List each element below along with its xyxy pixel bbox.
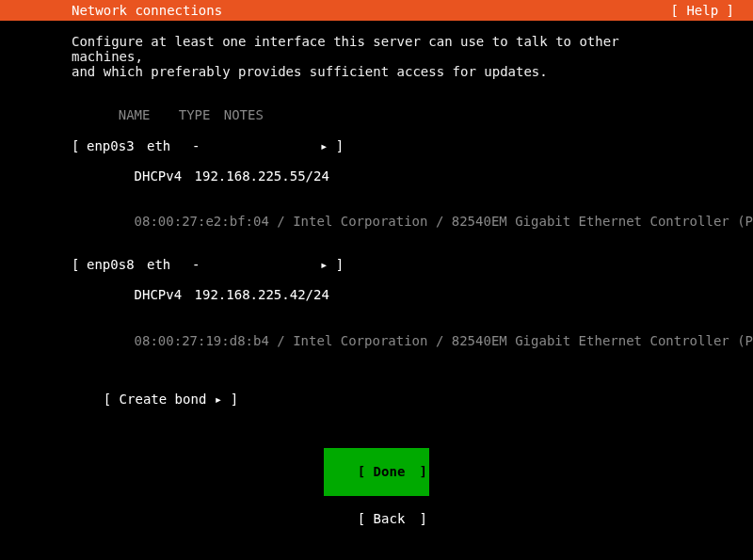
interface-block: [enp0s3eth-▸ ] DHCPv4192.168.225.55/24 0… [72, 138, 681, 245]
col-name-header: NAME [119, 107, 179, 122]
chevron-right-icon: ▸ [320, 257, 328, 272]
bracket-left: [ [104, 392, 111, 407]
page-title: Network connections [72, 3, 222, 18]
bracket-right: ] [420, 511, 427, 527]
interface-device: Intel Corporation / 82540EM Gigabit Ethe… [293, 333, 753, 348]
create-bond-label: Create bond [120, 392, 207, 407]
footer-buttons: [ Done] [ Back] [0, 448, 753, 543]
interface-name: enp0s3 [87, 138, 147, 153]
interface-row[interactable]: [enp0s3eth-▸ ] [72, 138, 681, 153]
done-button[interactable]: [ Done] [324, 448, 429, 495]
interface-type: eth [147, 138, 192, 153]
interface-address-row: DHCPv4192.168.225.55/24 [72, 153, 681, 199]
interface-notes: - [192, 257, 320, 272]
bracket-right: ] [420, 464, 427, 480]
bracket-right: ] [328, 257, 344, 272]
done-label: Done [374, 464, 406, 480]
bracket-left: [ [72, 138, 87, 153]
interface-address: 192.168.225.42/24 [195, 287, 329, 302]
interface-address: 192.168.225.55/24 [195, 168, 329, 184]
interface-address-row: DHCPv4192.168.225.42/24 [72, 272, 681, 317]
description-text: Configure at least one interface this se… [72, 34, 681, 79]
interface-device: Intel Corporation / 82540EM Gigabit Ethe… [293, 214, 753, 229]
bracket-right: ] [231, 392, 238, 407]
col-notes-header: NOTES [224, 107, 264, 122]
main-content: Configure at least one interface this se… [0, 21, 753, 422]
interface-type: eth [147, 257, 192, 272]
interface-hwinfo: 08:00:27:e2:bf:04 / Intel Corporation / … [72, 199, 681, 244]
interface-proto: DHCPv4 [135, 168, 195, 184]
col-type-header: TYPE [179, 107, 224, 122]
bracket-left: [ [72, 257, 87, 272]
interface-block: [enp0s8eth-▸ ] DHCPv4192.168.225.42/24 0… [72, 257, 681, 363]
back-label: Back [374, 511, 406, 527]
bracket-right: ] [328, 138, 344, 153]
interface-proto: DHCPv4 [135, 287, 195, 302]
interface-hwinfo: 08:00:27:19:d8:b4 / Intel Corporation / … [72, 318, 681, 363]
create-bond-button[interactable]: [ Create bond ▸ ] [72, 376, 681, 422]
interface-name: enp0s8 [87, 257, 147, 272]
interface-notes: - [192, 138, 320, 153]
back-button[interactable]: [ Back] [324, 496, 429, 543]
bracket-left: [ [358, 511, 365, 526]
chevron-right-icon: ▸ [215, 392, 222, 407]
interface-row[interactable]: [enp0s8eth-▸ ] [72, 257, 681, 272]
header-bar: Network connections [ Help ] [0, 0, 753, 21]
interface-mac: 08:00:27:e2:bf:04 [135, 214, 269, 229]
column-headers: NAMETYPENOTES [72, 92, 681, 137]
bracket-left: [ [358, 464, 365, 479]
help-button[interactable]: [ Help ] [671, 3, 734, 18]
interface-mac: 08:00:27:19:d8:b4 [135, 333, 269, 348]
chevron-right-icon: ▸ [320, 138, 328, 153]
